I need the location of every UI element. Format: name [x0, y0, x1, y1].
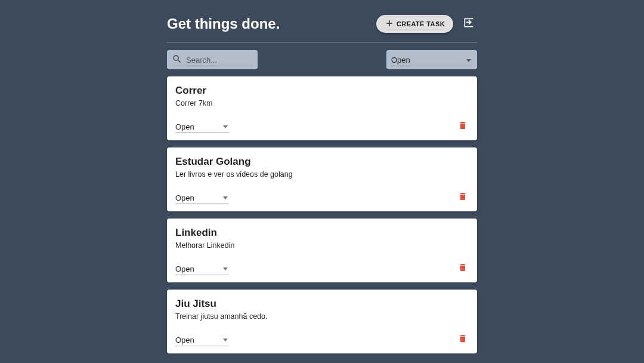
- task-footer: Open: [175, 333, 469, 346]
- task-card: Estudar Golang Ler livros e ver os video…: [167, 147, 477, 211]
- task-footer: Open: [175, 190, 469, 204]
- task-status-value: Open: [175, 193, 194, 202]
- delete-task-button[interactable]: [457, 119, 469, 133]
- task-title: Linkedin: [175, 227, 469, 239]
- task-card: Correr Correr 7km Open: [167, 76, 477, 140]
- task-title: Estudar Golang: [175, 156, 469, 168]
- task-footer: Open: [175, 262, 469, 275]
- task-description: Treinar jiutsu amanhã cedo.: [175, 312, 469, 321]
- task-status-select[interactable]: Open: [175, 264, 229, 275]
- create-task-button[interactable]: CREATE TASK: [376, 15, 453, 33]
- search-input[interactable]: [186, 56, 286, 66]
- task-list: Correr Correr 7km Open Estudar Golang Le…: [167, 76, 477, 353]
- header: Get things done. CREATE TASK: [167, 14, 477, 42]
- task-title: Correr: [175, 85, 469, 97]
- status-filter-select[interactable]: Open: [386, 50, 477, 69]
- task-status-value: Open: [175, 264, 194, 273]
- filter-row: Open: [167, 50, 477, 69]
- trash-icon: [458, 121, 467, 132]
- trash-icon: [458, 263, 467, 274]
- logout-button[interactable]: [460, 14, 477, 33]
- plus-icon: [385, 19, 394, 29]
- trash-icon: [458, 192, 467, 203]
- task-description: Ler livros e ver os videos de golang: [175, 170, 469, 179]
- task-description: Correr 7km: [175, 99, 469, 107]
- task-card: Linkedin Melhorar Linkedin Open: [167, 219, 477, 282]
- delete-task-button[interactable]: [457, 262, 469, 275]
- chevron-down-icon: [466, 59, 471, 62]
- task-status-value: Open: [175, 336, 194, 344]
- task-title: Jiu Jitsu: [175, 298, 469, 310]
- task-status-select[interactable]: Open: [175, 193, 229, 204]
- task-status-value: Open: [175, 122, 194, 131]
- delete-task-button[interactable]: [457, 333, 469, 346]
- status-filter-value: Open: [391, 56, 410, 66]
- exit-icon: [463, 17, 475, 30]
- task-status-select[interactable]: Open: [175, 122, 229, 133]
- chevron-down-icon: [223, 125, 228, 128]
- task-footer: Open: [175, 119, 469, 133]
- chevron-down-icon: [223, 196, 228, 199]
- header-actions: CREATE TASK: [376, 14, 477, 33]
- chevron-down-icon: [223, 267, 228, 270]
- task-status-select[interactable]: Open: [175, 336, 229, 346]
- app-container: Get things done. CREATE TASK: [167, 0, 477, 363]
- search-icon: [172, 54, 186, 67]
- divider: [167, 42, 477, 43]
- task-description: Melhorar Linkedin: [175, 241, 469, 250]
- task-card: Jiu Jitsu Treinar jiutsu amanhã cedo. Op…: [167, 290, 477, 353]
- chevron-down-icon: [223, 339, 228, 342]
- page-title: Get things done.: [167, 16, 280, 32]
- delete-task-button[interactable]: [457, 190, 469, 204]
- trash-icon: [458, 334, 467, 345]
- search-field[interactable]: [167, 50, 258, 69]
- create-task-label: CREATE TASK: [397, 20, 445, 27]
